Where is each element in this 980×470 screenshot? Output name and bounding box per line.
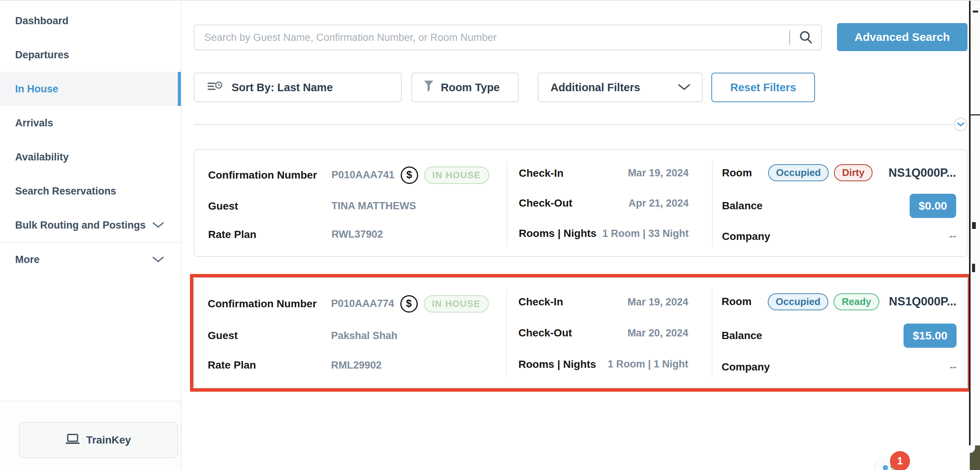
search-input[interactable]: [194, 25, 789, 49]
sidebar-item-label: Bulk Routing and Postings: [15, 220, 146, 231]
in-house-status-badge: IN HOUSE: [424, 295, 489, 312]
rooms-nights-label: Rooms | Nights: [519, 358, 596, 370]
company-value: --: [950, 362, 956, 373]
balance-row: Balance $15.00: [722, 323, 956, 348]
sidebar-footer: TrainKey: [0, 401, 181, 470]
card-identity-column: Confirmation Number P010AAA741 $ IN HOUS…: [194, 150, 507, 256]
card-dates-column: Check-In Mar 19, 2024 Check-Out Apr 21, …: [507, 150, 712, 256]
funnel-icon: [423, 80, 434, 96]
guest-row: Guest TINA MATTHEWS: [208, 200, 503, 212]
rate-plan-value: RML29902: [331, 360, 382, 371]
room-type-filter[interactable]: Room Type: [411, 73, 519, 102]
guest-value: Pakshal Shah: [331, 330, 398, 342]
rooms-nights-row: Rooms | Nights 1 Room | 1 Night: [519, 358, 688, 370]
dollar-icon[interactable]: $: [400, 295, 418, 312]
guest-value: TINA MATTHEWS: [331, 200, 416, 212]
reservation-card[interactable]: Confirmation Number P010AAA741 $ IN HOUS…: [194, 149, 967, 257]
sidebar-item-more[interactable]: More: [0, 242, 181, 276]
card-dates-column: Check-In Mar 19, 2024 Check-Out Mar 20, …: [506, 278, 712, 387]
room-number-value: NS1Q000P...: [889, 295, 956, 308]
chevron-down-icon: [152, 254, 164, 266]
sidebar-item-availability[interactable]: Availability: [0, 140, 181, 174]
additional-filters-dropdown[interactable]: Additional Filters: [538, 73, 703, 102]
sidebar-item-arrivals[interactable]: Arrivals: [0, 106, 181, 140]
rooms-nights-label: Rooms | Nights: [519, 228, 596, 239]
search-icon[interactable]: [799, 30, 813, 45]
chevron-down-icon: [678, 81, 690, 94]
check-out-label: Check-Out: [519, 327, 572, 339]
room-dirty-badge: Dirty: [834, 164, 872, 181]
column-divider: [712, 290, 713, 378]
company-row: Company --: [722, 231, 956, 242]
room-label: Room: [722, 167, 768, 179]
confirmation-number-value: P010AAA774: [331, 298, 394, 309]
company-row: Company --: [722, 361, 956, 373]
rooms-nights-row: Rooms | Nights 1 Room | 33 Night: [519, 228, 689, 239]
trainkey-button[interactable]: TrainKey: [19, 422, 178, 458]
room-occupied-badge: Occupied: [768, 164, 829, 181]
chevron-down-icon: [957, 122, 964, 127]
balance-label: Balance: [722, 200, 762, 212]
check-in-row: Check-In Mar 19, 2024: [519, 167, 689, 179]
guest-label: Guest: [208, 330, 331, 342]
rooms-nights-value: 1 Room | 1 Night: [608, 358, 688, 370]
sort-by-label: Sort By: Last Name: [232, 81, 333, 94]
column-divider: [507, 161, 508, 246]
rate-plan-row: Rate Plan RML29902: [208, 359, 503, 371]
background-window-strip: [970, 1, 980, 470]
reservation-card-highlighted[interactable]: Confirmation Number P010AAA774 $ IN HOUS…: [193, 277, 968, 388]
sidebar-item-label: Search Reservations: [15, 185, 116, 197]
guest-row: Guest Pakshal Shah: [208, 330, 503, 342]
check-out-value: Apr 21, 2024: [628, 198, 689, 209]
sidebar-item-label: Availability: [15, 151, 69, 163]
column-divider: [506, 290, 507, 378]
confirmation-row: Confirmation Number P010AAA741 $ IN HOUS…: [208, 167, 503, 184]
collapse-chevron-button[interactable]: [954, 118, 967, 131]
company-label: Company: [722, 231, 770, 242]
sidebar-item-label: More: [15, 254, 40, 266]
room-ready-badge: Ready: [834, 293, 879, 310]
sidebar-item-label: In House: [15, 83, 58, 95]
rooms-nights-value: 1 Room | 33 Night: [602, 228, 689, 239]
check-out-row: Check-Out Mar 20, 2024: [519, 327, 688, 339]
sidebar-item-search-reservations[interactable]: Search Reservations: [0, 174, 181, 208]
balance-amount-button[interactable]: $15.00: [904, 323, 956, 348]
sidebar-item-dashboard[interactable]: Dashboard: [0, 4, 181, 38]
company-label: Company: [722, 361, 770, 373]
confirmation-number-value: P010AAA741: [331, 169, 395, 181]
balance-row: Balance $0.00: [722, 194, 956, 218]
check-in-value: Mar 19, 2024: [627, 296, 688, 308]
rate-plan-row: Rate Plan RWL37902: [208, 229, 503, 241]
balance-amount-button[interactable]: $0.00: [910, 194, 956, 218]
card-identity-column: Confirmation Number P010AAA774 $ IN HOUS…: [194, 278, 506, 387]
guest-label: Guest: [208, 200, 331, 212]
sidebar-item-label: Departures: [15, 49, 69, 61]
laptop-icon: [66, 434, 80, 447]
highlight-frame: Confirmation Number P010AAA774 $ IN HOUS…: [190, 274, 971, 392]
rate-plan-label: Rate Plan: [208, 229, 331, 241]
sort-by-dropdown[interactable]: Sort By: Last Name: [194, 73, 402, 102]
dollar-icon[interactable]: $: [401, 167, 418, 184]
sidebar-item-bulk-routing-postings[interactable]: Bulk Routing and Postings: [0, 208, 181, 242]
room-type-label: Room Type: [441, 81, 500, 94]
rate-plan-value: RWL37902: [331, 229, 383, 240]
card-room-column: Room Occupied Ready NS1Q000P... Balance …: [712, 278, 967, 387]
confirmation-row: Confirmation Number P010AAA774 $ IN HOUS…: [208, 295, 503, 312]
confirmation-number-label: Confirmation Number: [208, 169, 331, 181]
sidebar-item-in-house[interactable]: In House: [0, 72, 181, 106]
sidebar-item-departures[interactable]: Departures: [0, 38, 181, 72]
card-room-column: Room Occupied Dirty NS1Q000P... Balance …: [712, 150, 967, 256]
room-row: Room Occupied Dirty NS1Q000P...: [722, 164, 956, 181]
sort-icon: [207, 81, 223, 95]
room-number-value: NS1Q000P...: [888, 166, 956, 180]
rate-plan-label: Rate Plan: [208, 359, 331, 371]
in-house-status-badge: IN HOUSE: [424, 167, 489, 184]
column-divider: [712, 161, 713, 246]
reset-filters-button[interactable]: Reset Filters: [711, 73, 815, 102]
additional-filters-label: Additional Filters: [550, 81, 640, 94]
advanced-search-button[interactable]: Advanced Search: [837, 23, 967, 51]
check-in-row: Check-In Mar 19, 2024: [519, 296, 688, 308]
section-divider: [194, 124, 955, 125]
company-value: --: [949, 231, 956, 242]
sidebar-nav: Dashboard Departures In House Arrivals A…: [0, 2, 181, 276]
